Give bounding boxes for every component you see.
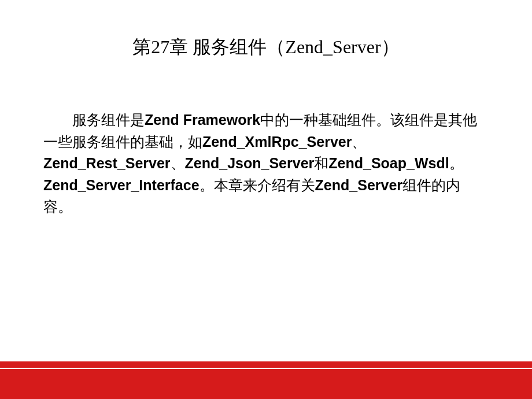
slide-container: 第27章 服务组件（Zend_Server） 服务组件是Zend Framewo… (0, 0, 532, 399)
text-part7: 、 (171, 156, 185, 171)
text-part8: Zend_Json_Server (185, 155, 315, 171)
footer-bar (0, 369, 532, 399)
slide-body: 服务组件是Zend Framework中的一种基础组件。该组件是其他一些服务组件… (43, 109, 489, 218)
text-part14: Zend_Server (315, 177, 402, 193)
text-part5: 、 (352, 134, 366, 150)
text-part2: Zend Framework (145, 112, 260, 128)
text-part4: Zend_XmlRpc_Server (202, 134, 352, 150)
text-part13: 。本章来介绍有关 (200, 178, 315, 193)
text-part10: Zend_Soap_Wsdl (328, 155, 449, 171)
text-part9: 和 (314, 156, 328, 171)
text-part6: Zend_Rest_Server (43, 155, 171, 171)
text-part1: 服务组件是 (72, 112, 145, 128)
footer-stripe-top (0, 361, 532, 367)
slide-title: 第27章 服务组件（Zend_Server） (43, 35, 489, 60)
text-part12: Zend_Server_Interface (43, 177, 200, 193)
text-part11: 。 (449, 156, 464, 171)
